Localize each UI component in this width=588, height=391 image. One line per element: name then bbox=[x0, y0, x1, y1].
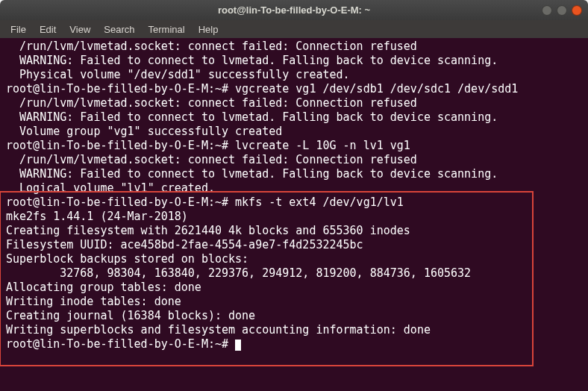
maximize-icon[interactable] bbox=[557, 5, 567, 16]
menu-terminal[interactable]: Terminal bbox=[143, 22, 191, 37]
terminal-line: mke2fs 1.44.1 (24-Mar-2018) bbox=[6, 210, 582, 224]
terminal-window: root@lin-To-be-filled-by-O-E-M: ~ File E… bbox=[0, 0, 588, 391]
terminal-prompt-line: root@lin-To-be-filled-by-O-E-M:~# lvcrea… bbox=[6, 139, 582, 153]
cursor-icon bbox=[235, 340, 241, 351]
terminal-line: Creating filesystem with 2621440 4k bloc… bbox=[6, 224, 582, 238]
terminal-prompt-line: root@lin-To-be-filled-by-O-E-M:~# vgcrea… bbox=[6, 82, 582, 96]
menu-search[interactable]: Search bbox=[98, 22, 140, 37]
terminal-line: Filesystem UUID: ace458bd-2fae-4554-a9e7… bbox=[6, 238, 582, 252]
terminal-prompt-line: root@lin-To-be-filled-by-O-E-M:~# mkfs -… bbox=[6, 196, 582, 210]
window-controls bbox=[542, 5, 582, 16]
terminal-line: Logical volume "lv1" created. bbox=[6, 181, 582, 196]
terminal-line: WARNING: Failed to connect to lvmetad. F… bbox=[6, 167, 582, 181]
terminal-line: Writing inode tables: done bbox=[6, 295, 582, 309]
terminal-line: WARNING: Failed to connect to lvmetad. F… bbox=[6, 110, 582, 125]
terminal-line: 32768, 98304, 163840, 229376, 294912, 81… bbox=[6, 266, 582, 281]
menu-edit[interactable]: Edit bbox=[34, 22, 62, 37]
menu-help[interactable]: Help bbox=[193, 22, 225, 37]
terminal-body[interactable]: /run/lvm/lvmetad.socket: connect failed:… bbox=[0, 38, 588, 391]
terminal-line: Superblock backups stored on blocks: bbox=[6, 252, 582, 266]
terminal-line: Writing superblocks and filesystem accou… bbox=[6, 323, 582, 337]
terminal-line: /run/lvm/lvmetad.socket: connect failed:… bbox=[6, 96, 582, 110]
terminal-line: /run/lvm/lvmetad.socket: connect failed:… bbox=[6, 153, 582, 167]
menu-file[interactable]: File bbox=[4, 22, 32, 37]
terminal-line: Volume group "vg1" successfully created bbox=[6, 125, 582, 139]
close-icon[interactable] bbox=[572, 5, 582, 16]
terminal-line: Physical volume "/dev/sdd1" successfully… bbox=[6, 68, 582, 82]
terminal-line: /run/lvm/lvmetad.socket: connect failed:… bbox=[6, 40, 582, 54]
menubar: File Edit View Search Terminal Help bbox=[0, 20, 588, 38]
menu-view[interactable]: View bbox=[63, 22, 96, 37]
terminal-line: Creating journal (16384 blocks): done bbox=[6, 309, 582, 323]
terminal-line: Allocating group tables: done bbox=[6, 281, 582, 295]
minimize-icon[interactable] bbox=[542, 5, 552, 16]
titlebar[interactable]: root@lin-To-be-filled-by-O-E-M: ~ bbox=[0, 0, 588, 20]
window-title: root@lin-To-be-filled-by-O-E-M: ~ bbox=[218, 4, 370, 16]
prompt-text: root@lin-To-be-filled-by-O-E-M:~# bbox=[6, 337, 235, 351]
terminal-line: WARNING: Failed to connect to lvmetad. F… bbox=[6, 54, 582, 68]
terminal-prompt-current: root@lin-To-be-filled-by-O-E-M:~# bbox=[6, 337, 582, 351]
